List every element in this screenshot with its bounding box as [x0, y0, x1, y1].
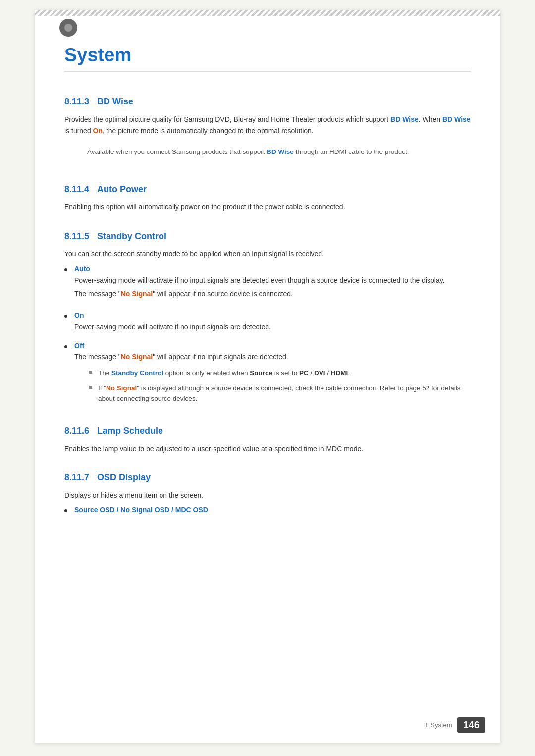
section-heading: 8.11.3BD Wise — [64, 97, 471, 107]
section-number: 8.11.6 — [64, 426, 89, 436]
body-paragraph: The message "No Signal" will appear if n… — [74, 288, 471, 300]
page-footer: 8 System 146 — [425, 717, 485, 733]
section-heading: 8.11.5Standby Control — [64, 231, 471, 242]
bullet-content: OffThe message "No Signal" will appear i… — [74, 342, 471, 408]
section-number: 8.11.7 — [64, 472, 89, 482]
body-paragraph: Enabling this option will automatically … — [64, 202, 471, 213]
bullet-content: AutoPower-saving mode will activate if n… — [74, 265, 471, 304]
sub-note-list: The Standby Control option is only enabl… — [89, 368, 471, 404]
section-8-11-7: 8.11.7OSD DisplayDisplays or hides a men… — [64, 472, 471, 516]
sub-note-bullet — [89, 371, 92, 374]
section-heading: 8.11.4Auto Power — [64, 184, 471, 195]
page-title: System — [64, 45, 471, 72]
bullet-content: OnPower-saving mode will activate if no … — [74, 311, 471, 335]
section-heading: 8.11.6Lamp Schedule — [64, 426, 471, 436]
bullet-dot — [64, 509, 67, 512]
footer-page-number: 146 — [457, 717, 485, 733]
section-title: Standby Control — [97, 231, 166, 241]
bullet-label: Auto — [74, 265, 471, 273]
list-item: Source OSD / No Signal OSD / MDC OSD — [64, 506, 471, 516]
section-title: BD Wise — [97, 97, 133, 106]
section-number: 8.11.3 — [64, 97, 89, 106]
bullet-list: AutoPower-saving mode will activate if n… — [64, 265, 471, 408]
body-paragraph: Provides the optimal picture quality for… — [64, 114, 471, 137]
chapter-icon — [59, 19, 77, 37]
bullet-dot — [64, 315, 67, 318]
sections-container: 8.11.3BD WiseProvides the optimal pictur… — [64, 97, 471, 516]
bullet-content: Source OSD / No Signal OSD / MDC OSD — [74, 506, 471, 516]
list-item: OnPower-saving mode will activate if no … — [64, 311, 471, 335]
bullet-list: Source OSD / No Signal OSD / MDC OSD — [64, 506, 471, 516]
section-title: OSD Display — [97, 472, 151, 482]
bullet-label: On — [74, 311, 471, 319]
note-box: Available when you connect Samsung produ… — [79, 143, 471, 166]
bullet-dot — [64, 345, 67, 348]
body-paragraph: Enables the lamp value to be adjusted to… — [64, 443, 471, 454]
section-heading: 8.11.7OSD Display — [64, 472, 471, 483]
body-paragraph: Power-saving mode will activate if no in… — [74, 275, 471, 286]
section-8-11-4: 8.11.4Auto PowerEnabling this option wil… — [64, 184, 471, 213]
section-number: 8.11.4 — [64, 184, 89, 194]
sub-note-bullet — [89, 386, 92, 389]
bullet-label: Off — [74, 342, 471, 350]
body-paragraph: Displays or hides a menu item on the scr… — [64, 490, 471, 501]
bullet-dot — [64, 268, 67, 271]
sub-note-text: The Standby Control option is only enabl… — [98, 368, 350, 379]
bullet-label: Source OSD / No Signal OSD / MDC OSD — [74, 506, 471, 514]
top-decorative-bar — [35, 10, 500, 16]
list-item: OffThe message "No Signal" will appear i… — [64, 342, 471, 408]
footer-section-label: 8 System — [425, 721, 452, 729]
body-paragraph: Power-saving mode will activate if no in… — [74, 321, 471, 333]
sub-note-item: The Standby Control option is only enabl… — [89, 368, 471, 379]
body-paragraph: Available when you connect Samsung produ… — [87, 147, 471, 157]
section-title: Lamp Schedule — [97, 426, 163, 436]
section-8-11-5: 8.11.5Standby ControlYou can set the scr… — [64, 231, 471, 408]
section-title: Auto Power — [97, 184, 147, 194]
sub-note-item: If "No Signal" is displayed although a s… — [89, 383, 471, 404]
section-8-11-6: 8.11.6Lamp ScheduleEnables the lamp valu… — [64, 426, 471, 454]
page-container: System 8.11.3BD WiseProvides the optimal… — [35, 10, 500, 743]
body-paragraph: You can set the screen standby mode to b… — [64, 249, 471, 260]
body-paragraph: The message "No Signal" will appear if n… — [74, 352, 471, 363]
list-item: AutoPower-saving mode will activate if n… — [64, 265, 471, 304]
section-8-11-3: 8.11.3BD WiseProvides the optimal pictur… — [64, 97, 471, 166]
section-number: 8.11.5 — [64, 231, 89, 241]
sub-note-text: If "No Signal" is displayed although a s… — [98, 383, 471, 404]
